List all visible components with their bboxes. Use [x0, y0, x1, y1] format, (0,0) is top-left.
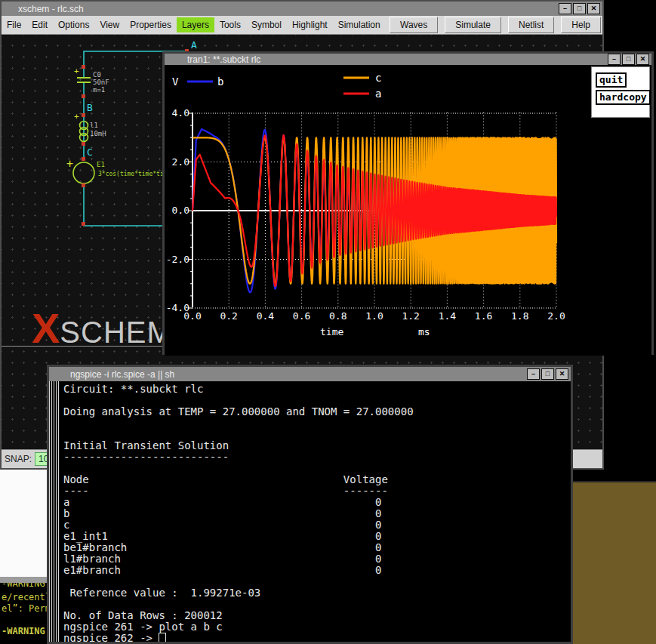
plot-client-area: 4.02.00.0-2.0-4.00.00.20.40.60.81.01.21.… — [165, 65, 651, 356]
x-tick-label: 2.0 — [547, 310, 565, 322]
plot-window: tran1: **.subckt rlc – □ ✕ 4.02.00.0-2.0… — [162, 51, 654, 355]
maximize-button[interactable]: □ — [541, 368, 554, 380]
xschem-menubar: File Edit Options View Properties Layers… — [2, 16, 602, 35]
close-button[interactable]: ✕ — [587, 3, 600, 14]
x-tick-label: 0.2 — [220, 310, 237, 322]
menu-highlight[interactable]: Highlight — [287, 17, 333, 32]
quit-button[interactable]: quit — [596, 72, 627, 88]
desktop: -WARNING e/recently el”: Perm -WARNING x… — [0, 0, 656, 644]
menu-file[interactable]: File — [2, 17, 26, 32]
legend-label-a: a — [375, 88, 381, 100]
inductor-l1[interactable]: + l1 10mH — [74, 112, 106, 142]
minimize-button[interactable]: – — [608, 54, 621, 65]
terminal-cursor — [159, 633, 166, 642]
menu-symbol[interactable]: Symbol — [246, 17, 287, 32]
xschem-logo-x: X — [32, 304, 60, 352]
plot-titlebar[interactable]: tran1: **.subckt rlc – □ ✕ — [165, 54, 651, 65]
xschem-titlebar[interactable]: xschem - rlc.sch – □ ✕ — [2, 2, 602, 16]
terminal-output[interactable]: Circuit: **.subckt rlc Doing analysis at… — [63, 384, 414, 642]
component-ref: l1 — [90, 122, 98, 129]
menu-options[interactable]: Options — [53, 17, 94, 32]
terminal-window-controls: – □ ✕ — [527, 368, 568, 380]
snap-label: SNAP: — [5, 454, 32, 464]
component-ref: C0 — [93, 71, 101, 79]
x-tick-label: 0.6 — [293, 310, 310, 322]
x-tick-label: 1.0 — [365, 310, 383, 322]
warning-line: -WARNING — [2, 583, 45, 589]
menu-edit[interactable]: Edit — [26, 17, 53, 32]
legend-label-b: b — [217, 75, 223, 88]
menu-properties[interactable]: Properties — [125, 17, 177, 32]
waveform-plot: 4.02.00.0-2.0-4.00.00.20.40.60.81.01.21.… — [165, 65, 651, 353]
plot-window-controls: – □ ✕ — [608, 54, 649, 65]
xschem-window-controls: – □ ✕ — [559, 3, 600, 14]
menu-simulation[interactable]: Simulation — [333, 17, 386, 32]
y-tick-label: -2.0 — [166, 254, 189, 265]
terminal-client-area[interactable]: Circuit: **.subckt rlc Doing analysis at… — [49, 381, 571, 642]
netlist-button[interactable]: Netlist — [508, 17, 554, 33]
component-ref: E1 — [97, 161, 105, 168]
y-tick-label: 4.0 — [172, 107, 189, 119]
warning-line: -WARNING — [2, 626, 45, 636]
maximize-button[interactable]: □ — [622, 54, 635, 65]
xschem-logo-text: SCHEM — [60, 316, 172, 349]
x-tick-label: 1.2 — [402, 310, 419, 322]
x-tick-label: 0.0 — [183, 310, 201, 322]
simulate-button[interactable]: Simulate — [445, 17, 501, 33]
warning-line: el”: Perm — [2, 603, 51, 614]
menu-view[interactable]: View — [94, 17, 125, 32]
plus-mark: + — [74, 66, 79, 76]
terminal-scrollbar[interactable] — [49, 381, 60, 642]
terminal-window: ngspice -i rlc.spice -a || sh – □ ✕ Circ… — [47, 365, 573, 644]
capacitor-c0[interactable]: + C0 50nF m=1 — [74, 66, 109, 94]
y-axis-caption: V — [172, 75, 179, 88]
plus-mark: + — [66, 157, 73, 171]
net-label-c[interactable]: C — [87, 146, 93, 158]
y-tick-label: 2.0 — [172, 156, 189, 168]
xschem-window-title: xschem - rlc.sch — [2, 4, 559, 14]
menu-tools[interactable]: Tools — [214, 17, 246, 32]
x-tick-label: 1.8 — [511, 310, 528, 322]
minimize-button[interactable]: – — [559, 3, 571, 14]
hardcopy-button[interactable]: hardcopy — [596, 90, 651, 105]
component-value: 10mH — [90, 130, 106, 137]
background-window — [569, 481, 656, 644]
net-label-b[interactable]: B — [87, 102, 93, 113]
plot-window-title: tran1: **.subckt rlc — [165, 54, 608, 65]
x-tick-label: 0.4 — [257, 310, 275, 322]
close-button[interactable]: ✕ — [556, 368, 568, 380]
x-tick-label: 1.4 — [439, 310, 457, 322]
plus-mark: + — [74, 112, 79, 122]
legend-label-c: c — [375, 72, 381, 84]
x-axis-label: time — [320, 326, 343, 337]
maximize-button[interactable]: □ — [573, 3, 586, 14]
x-axis-unit: ms — [418, 326, 430, 337]
x-tick-label: 0.8 — [329, 310, 346, 322]
menu-layers[interactable]: Layers — [177, 17, 214, 32]
component-extra: m=1 — [93, 86, 105, 94]
y-tick-label: 0.0 — [172, 205, 189, 216]
plot-button-panel: quit hardcopy — [591, 66, 650, 118]
x-tick-label: 1.6 — [475, 310, 492, 322]
xschem-logo: XSCHEM — [32, 304, 173, 353]
help-button[interactable]: Help — [561, 17, 601, 33]
component-value: 50nF — [93, 79, 109, 86]
close-button[interactable]: ✕ — [636, 54, 649, 65]
waves-button[interactable]: Waves — [390, 17, 438, 33]
minimize-button[interactable]: – — [527, 368, 540, 380]
net-label-a[interactable]: A — [191, 39, 197, 51]
terminal-titlebar[interactable]: ngspice -i rlc.spice -a || sh – □ ✕ — [49, 367, 571, 381]
terminal-window-title: ngspice -i rlc.spice -a || sh — [49, 369, 527, 380]
